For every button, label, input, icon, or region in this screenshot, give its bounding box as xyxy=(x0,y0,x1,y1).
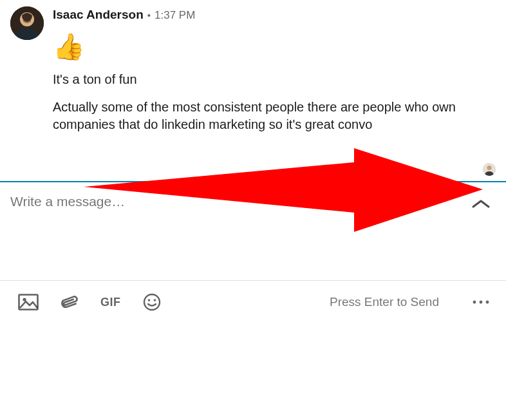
collapse-chevron-icon[interactable] xyxy=(470,196,492,212)
more-options-icon[interactable] xyxy=(471,296,491,308)
message-body: Isaac Anderson • 1:37 PM 👍 It's a ton of… xyxy=(53,6,496,144)
svg-point-8 xyxy=(147,299,150,301)
attachment-icon[interactable] xyxy=(59,292,80,312)
compose-spacer xyxy=(0,218,506,280)
message-area: Isaac Anderson • 1:37 PM 👍 It's a ton of… xyxy=(0,0,506,144)
read-receipt-avatar[interactable] xyxy=(483,163,496,176)
reaction-emoji: 👍 xyxy=(53,33,496,59)
sender-avatar[interactable] xyxy=(10,6,44,40)
sender-name[interactable]: Isaac Anderson xyxy=(53,8,144,22)
message-header: Isaac Anderson • 1:37 PM xyxy=(53,8,496,22)
message-text-2: Actually some of the most consistent peo… xyxy=(53,99,465,133)
image-icon[interactable] xyxy=(18,292,39,312)
svg-point-3 xyxy=(487,166,491,170)
svg-point-9 xyxy=(153,299,156,301)
message-input[interactable] xyxy=(10,194,470,209)
compose-area xyxy=(0,182,506,218)
emoji-icon[interactable] xyxy=(142,292,162,312)
svg-point-12 xyxy=(486,301,489,304)
gif-icon[interactable]: GIF xyxy=(100,296,121,309)
enter-to-send-hint[interactable]: Press Enter to Send xyxy=(330,295,439,309)
message-text-1: It's a ton of fun xyxy=(53,71,465,88)
compose-toolbar: GIF Press Enter to Send xyxy=(0,281,506,312)
message-block: Isaac Anderson • 1:37 PM 👍 It's a ton of… xyxy=(10,6,496,144)
svg-point-10 xyxy=(473,301,476,304)
read-receipt-row xyxy=(0,163,506,176)
separator-dot: • xyxy=(147,10,151,21)
svg-point-7 xyxy=(144,294,160,310)
svg-rect-5 xyxy=(19,295,38,310)
svg-point-11 xyxy=(480,301,483,304)
message-timestamp: 1:37 PM xyxy=(155,9,195,22)
